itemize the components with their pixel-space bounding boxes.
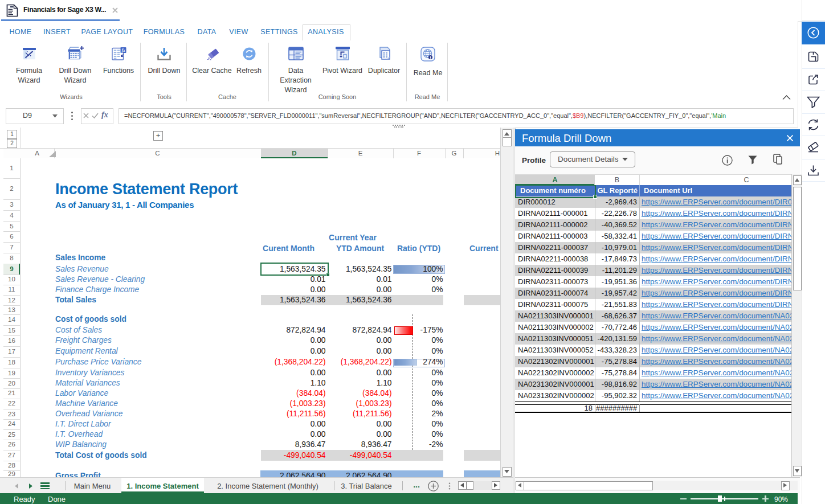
svg-text:fx: fx xyxy=(122,48,125,53)
